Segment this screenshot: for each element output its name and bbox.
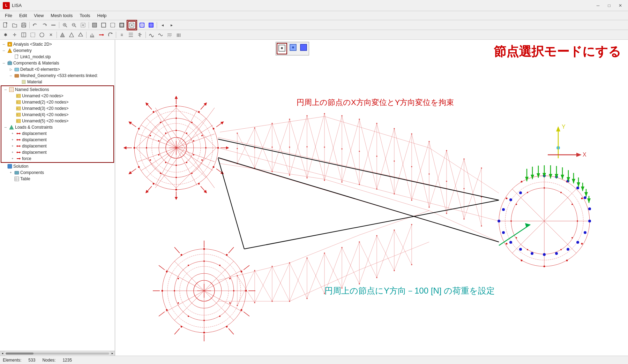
less-button[interactable]: ◂ [158,21,167,29]
expand-default[interactable]: ▷ [8,67,13,72]
wave2-button[interactable] [156,31,165,39]
select-btn-3[interactable] [299,43,308,54]
tree-item-loads[interactable]: ─ Loads & Constraints [2,124,113,130]
node-select-active[interactable] [277,43,287,54]
tree-item-material[interactable]: Material [0,79,115,85]
disp1-icon [16,131,21,136]
mesh-tri2-button[interactable] [67,31,76,39]
expand-named-sel[interactable]: ─ [3,87,8,92]
svg-point-246 [516,237,517,238]
select-all-button[interactable]: ✱ [1,31,10,39]
maximize-button[interactable]: □ [604,2,614,9]
tree-item-disp1[interactable]: + displacement [2,130,113,137]
delete-button[interactable]: ✕ [47,31,55,39]
disp2-icon [16,137,21,143]
expand-meshed[interactable]: ─ [8,73,13,78]
select-surface-button[interactable] [109,21,117,29]
zoom-region-button[interactable] [61,21,69,29]
more-button[interactable]: ▸ [167,21,176,29]
tree-item-unnamed5[interactable]: Unnamed(5) <20 nodes> [2,118,113,124]
menu-file[interactable]: File [1,12,16,20]
bars-button[interactable] [174,31,183,39]
tree-item-disp3[interactable]: + displacement [2,143,113,149]
tree-item-disp4[interactable]: + displacement [2,149,113,156]
align2-button[interactable] [127,31,135,39]
tree-item-unnamed4[interactable]: Unnamed(4) <20 nodes> [2,112,113,118]
svg-point-432 [272,266,273,267]
tree-item-table[interactable]: Table [0,176,115,182]
save-button[interactable] [20,21,28,29]
menu-tools[interactable]: Tools [76,12,94,20]
elem-box-button[interactable] [20,31,28,39]
select-btn-2[interactable] [289,43,298,54]
node-mode-button[interactable]: ✛ [10,31,19,39]
tree-item-disp2[interactable]: + displacement [2,137,113,143]
tree-item-geometry[interactable]: ─ Geometry [0,47,115,54]
tree-item-unnamed2[interactable]: Unnamed(2) <20 nodes> [2,99,113,105]
svg-point-198 [203,320,205,321]
align3-button[interactable] [136,31,144,39]
tree-item-force[interactable]: + force [2,156,113,162]
select-wireframe-button[interactable] [99,21,108,29]
expand-geometry[interactable]: ─ [1,48,6,53]
scroll-right-button[interactable]: ▸ [110,351,115,356]
tree-item-components[interactable]: ─ Components & Materials [0,60,115,66]
svg-point-438 [376,235,377,236]
scroll-thumb[interactable] [6,352,33,355]
expand-components[interactable]: ─ [1,61,6,66]
mesh-tri-button[interactable] [58,31,67,39]
svg-point-238 [544,187,545,189]
viewport[interactable]: Y X [115,40,628,356]
separator2 [59,22,59,28]
select-solid-button[interactable] [118,21,126,29]
menu-edit[interactable]: Edit [16,12,30,20]
line-button[interactable] [49,21,58,29]
close-button[interactable]: ✕ [615,2,625,9]
disp1-label: displacement [22,131,47,136]
tree-item-meshed[interactable]: ─ Meshed_Geometry <533 elements linked: [0,73,115,79]
svg-point-254 [584,196,586,199]
svg-rect-28 [31,33,35,37]
expand-analysis[interactable]: ─ [1,42,6,47]
wave3-button[interactable] [165,31,174,39]
expand-unnamed1[interactable] [10,93,15,98]
select-body-button[interactable] [147,21,155,29]
select-element-button[interactable] [138,21,146,29]
svg-point-138 [175,177,177,178]
zoom-fit-button[interactable] [70,21,78,29]
named-selections-group: ─ Named Selections Unnamed <20 nodes> [1,85,114,163]
undo-button[interactable] [31,21,39,29]
tree-item-components2[interactable]: + Components [0,169,115,176]
wave1-button[interactable] [147,31,156,39]
tree-item-link1[interactable]: Link1_model.stp [0,54,115,60]
select-node-button[interactable] [128,21,136,29]
redo-button[interactable] [40,21,48,29]
expand-link1[interactable] [8,54,13,59]
tree-item-solution[interactable]: Solution [0,163,115,169]
tree-item-unnamed3[interactable]: Unnamed(3) <20 nodes> [2,105,113,112]
minimize-button[interactable]: ─ [593,2,603,9]
menu-view[interactable]: View [30,12,47,20]
expand-material[interactable] [15,79,20,84]
menu-help[interactable]: Help [94,12,110,20]
zoom-sel-button[interactable] [79,21,87,29]
tree-item-unnamed1[interactable]: Unnamed <20 nodes> [2,93,113,99]
circle-select-button[interactable] [38,31,46,39]
expand-loads[interactable]: ─ [3,125,8,130]
open-button[interactable] [10,21,19,29]
constraint-button[interactable] [88,31,96,39]
tree-item-analysis[interactable]: ─ A Analysis <Static 2D> [0,41,115,47]
tree-item-named-sel[interactable]: ─ Named Selections [2,86,113,93]
select-face-button[interactable] [90,21,99,29]
force-button[interactable] [97,31,105,39]
menu-mesh-tools[interactable]: Mesh tools [47,12,76,20]
mesh-refine-button[interactable] [76,31,85,39]
box-select-button[interactable] [29,31,37,39]
tree-item-default[interactable]: ▷ Default <0 elements> [0,66,115,73]
scroll-left-button[interactable]: ◂ [0,351,5,356]
left-panel-scrollbar[interactable]: ◂ ▸ [0,351,115,356]
new-button[interactable] [1,21,10,29]
svg-point-200 [178,302,179,304]
align1-button[interactable]: ≡ [118,31,126,39]
moment-button[interactable] [106,31,114,39]
